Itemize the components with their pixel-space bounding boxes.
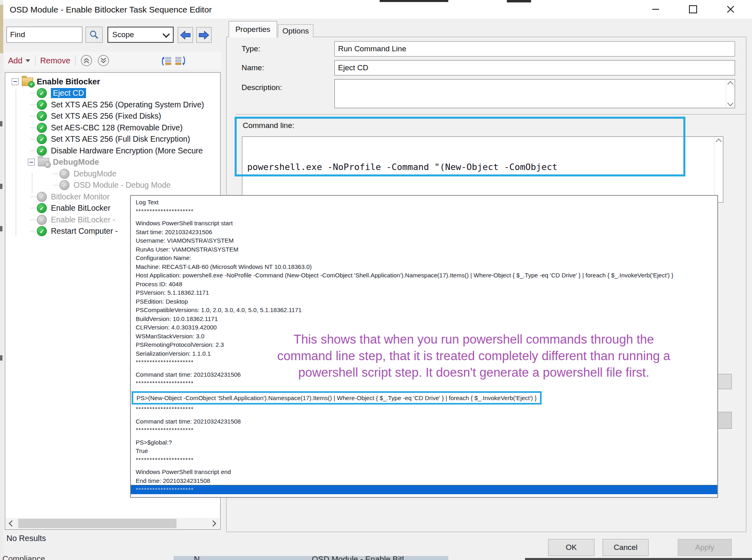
arrow-right-icon [199, 30, 209, 40]
minimize-button[interactable] [646, 2, 665, 16]
name-field[interactable]: Eject CD [334, 60, 735, 76]
tree-item[interactable]: ✓Disable Hardware Encryption (More Secur… [5, 145, 220, 157]
step-disabled-icon: ✓ [37, 192, 47, 202]
tree-item[interactable]: ✓Set XTS AES 256 (Operating System Drive… [5, 99, 220, 111]
find-previous-button[interactable] [178, 27, 193, 43]
type-field: Run Command Line [334, 41, 735, 57]
log-line[interactable]: Process ID: 4048 [136, 280, 712, 289]
log-line[interactable]: Configuration Name: [136, 254, 712, 262]
log-line[interactable]: True [136, 447, 712, 455]
find-input-value: Find [10, 30, 25, 39]
tab-properties[interactable]: Properties [229, 21, 277, 38]
find-next-button[interactable] [196, 27, 212, 43]
step-enabled-icon: ✓ [37, 111, 47, 121]
add-caret-icon [25, 59, 30, 62]
log-line[interactable]: Windows PowerShell transcript start [136, 219, 712, 228]
log-line[interactable]: BuildVersion: 10.0.18362.1171 [136, 315, 712, 323]
log-line[interactable]: RunAs User: VIAMONSTRA\SYSTEM [136, 245, 712, 254]
tree-item[interactable]: ✓Set XTS AES 256 (Fixed Disks) [5, 111, 220, 122]
log-line-selected[interactable]: ********************* [131, 485, 717, 494]
scope-dropdown[interactable]: Scope [107, 27, 174, 43]
log-line[interactable] [136, 413, 712, 417]
tree-item[interactable]: ✓Enable Bitlocker [5, 76, 220, 88]
log-line[interactable]: Command start time: 20210324231508 [136, 417, 712, 426]
search-button[interactable] [86, 27, 103, 43]
log-line[interactable]: Windows PowerShell transcript end [136, 468, 712, 476]
find-input[interactable]: Find [6, 27, 82, 43]
ok-button[interactable]: OK [548, 539, 594, 556]
log-line[interactable]: ********************* [136, 207, 712, 216]
scope-dropdown-value: Scope [112, 30, 134, 39]
collapse-groups-button[interactable] [80, 55, 92, 67]
chevron-up-icon[interactable] [716, 138, 722, 145]
scrollbar-thumb[interactable] [18, 519, 176, 528]
log-line[interactable]: PSCompatibleVersions: 1.0, 2.0, 3.0, 4.0… [136, 306, 712, 315]
log-line[interactable]: End time: 20210324231508 [136, 476, 712, 485]
log-line[interactable]: PSEdition: Desktop [136, 297, 712, 306]
tree-connector [53, 174, 58, 174]
tree-item-label: Restart Computer - [51, 227, 118, 236]
move-step-up-icon[interactable] [161, 55, 172, 67]
scroll-right-icon[interactable] [210, 520, 216, 527]
search-icon [89, 29, 99, 40]
log-line[interactable] [136, 434, 712, 438]
chevron-down-icon[interactable] [727, 100, 734, 107]
tree-item[interactable]: ✓Set AES-CBC 128 (Removable Drive) [5, 122, 220, 134]
name-field-value: Eject CD [338, 63, 368, 72]
tree-item-label: Bitlocker Monitor [51, 192, 109, 201]
background-edge-tick [0, 355, 2, 361]
log-highlight-box: PS>(New-Object -ComObject 'Shell.Applica… [132, 391, 542, 405]
command-line-field[interactable]: powershell.exe -NoProfile -Command "(New… [242, 136, 723, 203]
collapse-icon[interactable] [12, 78, 19, 85]
chevron-up-icon[interactable] [727, 81, 734, 88]
log-line[interactable] [136, 215, 712, 219]
description-scrollbar[interactable] [726, 80, 735, 108]
log-line[interactable]: ********************* [136, 405, 712, 413]
log-line[interactable] [136, 464, 712, 468]
log-line[interactable]: Host Application: powershell.exe -NoProf… [136, 271, 712, 280]
scroll-left-icon[interactable] [9, 520, 15, 527]
log-line[interactable]: Username: VIAMONSTRA\SYSTEM [136, 236, 712, 245]
tree-connector [30, 231, 36, 231]
tree-item[interactable]: ✓Eject CD [5, 88, 220, 99]
maximize-button[interactable] [684, 2, 702, 16]
tree-item[interactable]: ✓OSD Module - Debug Mode [5, 180, 220, 191]
tree-horizontal-scrollbar[interactable] [6, 518, 219, 529]
log-line[interactable]: ********************* [136, 455, 712, 464]
log-line[interactable]: CLRVersion: 4.0.30319.42000 [136, 323, 712, 332]
log-line[interactable]: Machine: RECAST-LAB-60 (Microsoft Window… [136, 262, 712, 271]
step-disabled-icon: ✓ [59, 169, 69, 179]
move-step-down-icon[interactable] [174, 55, 187, 67]
collapse-icon[interactable] [28, 159, 35, 166]
log-line[interactable]: Log Text [136, 198, 712, 207]
tree-connector [30, 151, 36, 151]
background-edge-tick [0, 184, 2, 189]
arrow-left-icon [180, 30, 191, 40]
apply-button[interactable]: Apply [678, 539, 732, 556]
background-top-fragment [507, 0, 531, 2]
tree-item[interactable]: ✓Set XTS AES 256 (Full Disk Encryption) [5, 134, 220, 145]
tree-item[interactable]: ✓DebugMode [5, 168, 220, 180]
background-text-fragment: Compliance [2, 554, 107, 560]
log-line[interactable]: Start time: 20210324231506 [136, 228, 712, 237]
annotation-text: This shows that when you run powershell … [242, 331, 706, 381]
tree-connector [30, 116, 36, 116]
log-line[interactable]: ********************* [136, 426, 712, 434]
status-text: No Results [6, 534, 46, 543]
tab-options[interactable]: Options [278, 24, 313, 37]
log-line[interactable]: PSVersion: 5.1.18362.1171 [136, 288, 712, 297]
cancel-button[interactable]: Cancel [603, 539, 649, 556]
step-disabled-icon: ✓ [59, 180, 69, 190]
command-line-scrollbar[interactable] [714, 137, 723, 202]
close-button[interactable] [721, 2, 740, 16]
tree-connector [30, 105, 36, 105]
tree-connector [30, 197, 36, 197]
log-line[interactable]: PS>(New-Object -ComObject 'Shell.Applica… [136, 391, 712, 405]
log-line[interactable]: PS>$global:? [136, 438, 712, 447]
add-button[interactable]: Add [8, 56, 23, 65]
expand-groups-button[interactable] [97, 55, 109, 67]
description-field[interactable] [334, 79, 735, 108]
remove-button[interactable]: Remove [40, 56, 70, 65]
tree-item[interactable]: ✓DebugMode [5, 157, 220, 168]
log-line[interactable] [136, 388, 712, 391]
